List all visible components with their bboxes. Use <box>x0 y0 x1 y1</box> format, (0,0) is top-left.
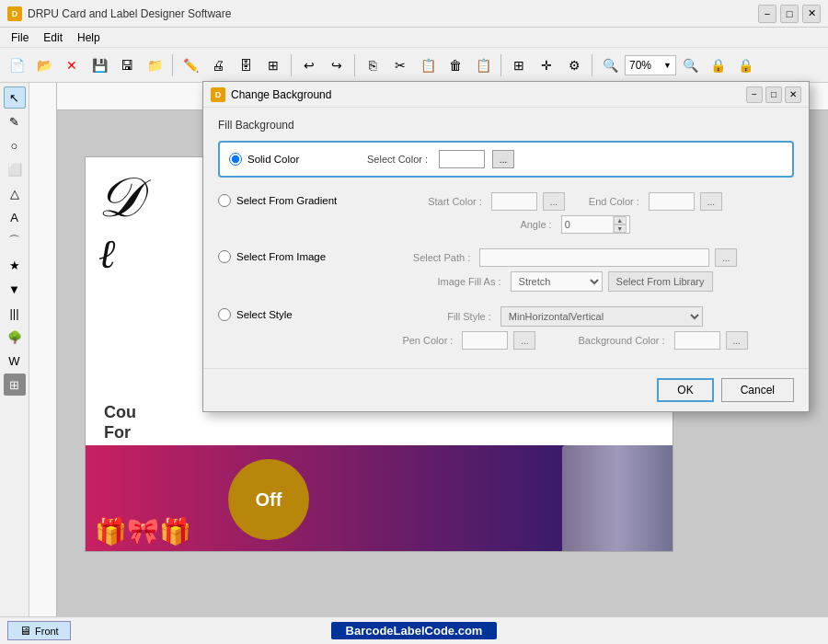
gradient-radio-label[interactable]: Select From Gradient <box>218 192 356 207</box>
gradient-radio[interactable] <box>218 194 231 207</box>
solid-color-preview[interactable] <box>439 150 485 168</box>
end-color-label: End Color : <box>589 196 639 207</box>
end-color-browse: ... <box>700 192 722 211</box>
image-radio[interactable] <box>218 250 231 263</box>
image-controls: Select Path : ... Image Fill As : Stretc… <box>356 248 794 292</box>
angle-field: ▲ ▼ <box>561 215 630 234</box>
select-color-label: Select Color : <box>367 154 428 165</box>
solid-color-label: Solid Color <box>247 154 299 165</box>
angle-input <box>562 216 613 233</box>
style-color-row: Pen Color : ... Background Color : ... <box>402 331 747 350</box>
bg-color-preview <box>674 331 720 350</box>
angle-up: ▲ <box>614 216 627 224</box>
solid-color-section: Solid Color Select Color : ... <box>218 141 794 178</box>
dialog-body: Fill Background Solid Color Select Color… <box>203 108 809 368</box>
image-label: Select From Image <box>236 251 326 262</box>
angle-label: Angle : <box>520 219 551 230</box>
bg-color-label: Background Color : <box>578 335 664 346</box>
pen-color-label: Pen Color : <box>402 335 453 346</box>
image-section: Select From Image Select Path : ... Imag… <box>218 241 794 299</box>
style-section: Select Style Fill Style : MinHorizontalV… <box>218 299 794 357</box>
change-background-dialog: D Change Background − □ ✕ Fill Backgroun… <box>202 81 810 412</box>
dialog-overlay: D Change Background − □ ✕ Fill Backgroun… <box>0 0 828 644</box>
fill-background-label: Fill Background <box>218 119 794 132</box>
end-color-preview <box>649 192 695 211</box>
bg-color-browse: ... <box>726 331 748 350</box>
solid-color-radio[interactable] <box>229 153 242 166</box>
pen-color-browse: ... <box>513 331 535 350</box>
style-controls: Fill Style : MinHorizontalVertical Horiz… <box>356 306 794 350</box>
gradient-row1: Start Color : ... End Color : ... <box>428 192 722 211</box>
dialog-footer: OK Cancel <box>203 368 809 411</box>
dialog-maximize-button[interactable]: □ <box>765 86 782 103</box>
start-color-preview <box>491 192 537 211</box>
start-color-label: Start Color : <box>428 196 482 207</box>
angle-down: ▼ <box>614 224 627 233</box>
dialog-icon: D <box>211 87 225 102</box>
image-path-input <box>479 248 709 267</box>
angle-spinners: ▲ ▼ <box>613 216 627 233</box>
dialog-minimize-button[interactable]: − <box>746 86 763 103</box>
dialog-title: Change Background <box>231 88 746 101</box>
pen-color-preview <box>462 331 508 350</box>
dialog-close-button[interactable]: ✕ <box>785 86 801 103</box>
image-radio-label[interactable]: Select From Image <box>218 248 356 263</box>
dialog-controls: − □ ✕ <box>746 86 801 103</box>
start-color-browse: ... <box>543 192 565 211</box>
image-browse-button: ... <box>715 248 737 267</box>
gradient-label: Select From Gradient <box>236 195 337 206</box>
gradient-controls: Start Color : ... End Color : ... Angle … <box>356 192 794 234</box>
style-fill-row: Fill Style : MinHorizontalVertical Horiz… <box>447 306 703 327</box>
gradient-section: Select From Gradient Start Color : ... E… <box>218 185 794 241</box>
ok-button[interactable]: OK <box>657 378 713 402</box>
style-radio-label[interactable]: Select Style <box>218 306 356 321</box>
style-radio[interactable] <box>218 308 231 321</box>
image-fill-row: Image Fill As : Stretch Tile Center Zoom… <box>437 271 712 292</box>
style-label: Select Style <box>236 309 293 320</box>
dialog-title-bar: D Change Background − □ ✕ <box>203 82 809 108</box>
select-path-label: Select Path : <box>413 252 470 263</box>
solid-color-browse-button[interactable]: ... <box>492 150 514 168</box>
image-fill-as-select: Stretch Tile Center Zoom <box>511 271 603 292</box>
gradient-row2: Angle : ▲ ▼ <box>520 215 629 234</box>
solid-color-controls: Select Color : ... <box>367 150 783 168</box>
cancel-button[interactable]: Cancel <box>721 378 794 402</box>
image-path-row: Select Path : ... <box>413 248 737 267</box>
fill-style-select: MinHorizontalVertical Horizontal Vertica… <box>500 306 703 327</box>
image-fill-as-label: Image Fill As : <box>437 276 500 287</box>
select-from-library-button: Select From Library <box>608 271 713 292</box>
fill-style-label: Fill Style : <box>447 311 491 322</box>
solid-color-radio-label[interactable]: Solid Color <box>229 153 367 166</box>
